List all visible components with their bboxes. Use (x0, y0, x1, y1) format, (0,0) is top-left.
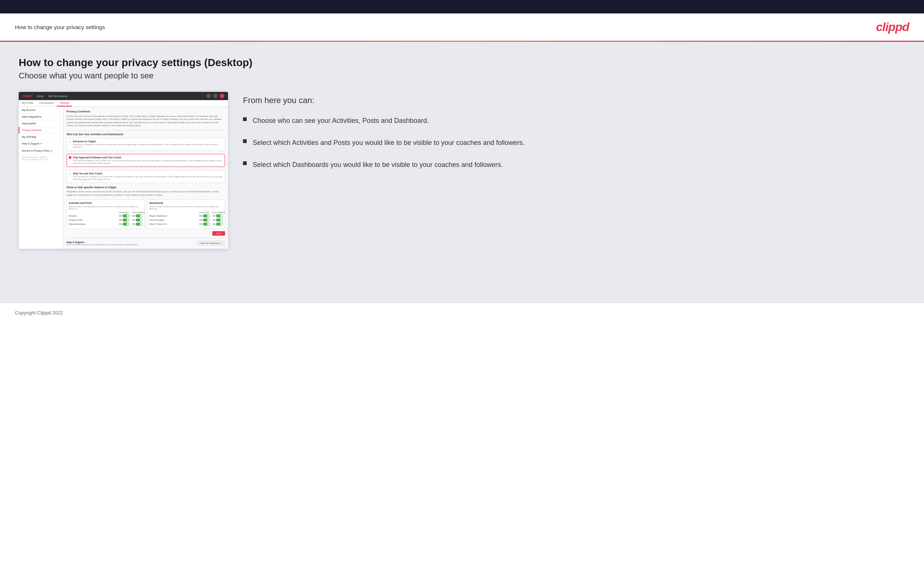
mini-playerdash-followers-toggle[interactable] (216, 214, 223, 218)
mini-settings-icon (220, 94, 224, 98)
mini-manual-coaches-toggle[interactable] (123, 222, 129, 226)
page-subheading: Choose what you want people to see (19, 71, 905, 81)
mini-version: Clippd Client Version: 2022.8.2SQL Serve… (19, 155, 63, 162)
mini-sidebar-privacy: Privacy Controls› (19, 127, 63, 134)
mini-nav-links: Home My Performance (37, 95, 68, 97)
mini-followers-header: FOLLOWERS (132, 211, 142, 214)
mini-drills-followers-toggle[interactable] (136, 219, 142, 221)
top-bar (0, 0, 924, 13)
mini-user-icon (213, 94, 218, 98)
mini-search-icon (206, 94, 211, 98)
mini-nav-performance: My Performance (48, 95, 67, 97)
bullet-item-2: Select which Activities and Posts you wo… (243, 138, 905, 148)
content-row: clippd Home My Performance My Profile (19, 92, 905, 249)
mini-tab-settings: Settings (57, 100, 72, 106)
bullet-text-1: Choose who can see your Activities, Post… (253, 116, 429, 126)
mini-playerdash-coaches-toggle[interactable] (203, 214, 210, 218)
mini-dash-followers-header: FOLLOWERS (212, 211, 223, 214)
mini-visit-community-button[interactable]: Visit Our Community ↗ (197, 240, 225, 246)
mini-option-everyone-label: Everyone on Clippd (73, 140, 96, 143)
mini-option-followers-label: Only Approved Followers and Your Coach (73, 156, 121, 159)
mini-sidebar-account: My Account› (19, 107, 63, 114)
main-content: How to change your privacy settings (Des… (0, 42, 924, 303)
header: How to change your privacy settings clip… (0, 13, 924, 41)
mini-show-hide-desc: Regardless of the privacy controls that … (66, 190, 225, 197)
mini-nav-icons (206, 94, 224, 98)
mini-dashboards-title: Dashboards (149, 201, 223, 204)
mini-help-desc: Visit our Clippd community to troublesho… (66, 243, 138, 246)
mini-round-insights-row: Round Insights ON ON (149, 219, 223, 221)
mini-show-hide-title: Show or hide specific features in Clippd (66, 186, 225, 189)
mini-dashboards-col: Dashboards Select the types of activity … (147, 200, 225, 229)
mini-insights-followers-toggle[interactable] (216, 219, 223, 221)
mini-sidebar: My Account› Data Integrations› Subscript… (19, 107, 63, 249)
mini-workton-coaches-toggle[interactable] (203, 222, 210, 226)
bullet-square-2 (243, 139, 247, 143)
mini-who-can-see-title: Who Can See Your Activities and Dashboar… (66, 131, 225, 135)
mini-dashboards-desc: Select the types of activity that you'd … (149, 205, 223, 210)
mini-manual-followers-toggle[interactable] (136, 222, 142, 226)
mini-sidebar-golfbag: My Golf Bag› (19, 134, 63, 140)
mini-option-everyone-desc: Everyone on Clippd can search for you an… (69, 143, 223, 148)
mini-save-row: Save (66, 231, 225, 236)
mini-rounds-row: Rounds ON ON (69, 214, 142, 218)
footer: Copyright Clippd 2022 (0, 303, 924, 322)
right-panel: From here you can: Choose who can see yo… (243, 92, 905, 170)
bullet-item-1: Choose who can see your Activities, Post… (243, 116, 905, 126)
mini-workton-followers-toggle[interactable] (216, 222, 223, 226)
mini-help-title: Help & Support (66, 241, 138, 243)
header-title: How to change your privacy settings (15, 24, 105, 30)
mini-activities-col: Activities and Posts Select the types of… (66, 200, 145, 229)
mini-option-coach-only-label: Only You and Your Coach (73, 172, 102, 175)
mini-activities-title: Activities and Posts (69, 201, 142, 204)
mini-coaches-header: COACHES (118, 211, 129, 214)
mini-sidebar-data: Data Integrations› (19, 114, 63, 120)
mini-option-followers-header: Only Approved Followers and Your Coach (69, 156, 223, 159)
mini-rounds-followers-toggle[interactable] (136, 214, 142, 218)
mini-drills-coaches-toggle[interactable] (123, 219, 129, 221)
mini-tab-profile: My Profile (19, 100, 36, 106)
mini-option-followers-desc: Only approved followers and coaches you … (69, 160, 223, 165)
mini-activities-desc: Select the types of activity that you'd … (69, 205, 142, 210)
mini-body: My Account› Data Integrations› Subscript… (19, 107, 228, 249)
bullet-square-1 (243, 117, 247, 121)
mini-insights-coaches-toggle[interactable] (203, 219, 210, 221)
mini-option-everyone-header: Everyone on Clippd (69, 140, 223, 143)
mini-option-coach-only-desc: Only you and the coaches you connect wit… (69, 176, 223, 181)
mini-drills-row: Practice Drills ON ON (69, 219, 142, 221)
mini-rounds-coaches-toggle[interactable] (123, 214, 129, 218)
mini-player-dash-row: Player Dashboard ON ON (149, 214, 223, 218)
bullet-item-3: Select which Dashboards you would like t… (243, 160, 905, 170)
mini-dash-coaches-header: COACHES (199, 211, 209, 214)
from-here-title: From here you can: (243, 96, 905, 105)
mini-privacy-title: Privacy Controls (66, 110, 225, 113)
mini-toggle-columns: Activities and Posts Select the types of… (66, 200, 225, 229)
bullet-square-3 (243, 161, 247, 165)
mini-radio-everyone (69, 140, 71, 143)
mini-sidebar-service: Service & Privacy Policy ↗ (19, 148, 63, 155)
bullet-list: Choose who can see your Activities, Post… (243, 116, 905, 170)
mini-dash-headers: COACHES FOLLOWERS (149, 211, 223, 214)
mini-save-button[interactable]: Save (212, 231, 225, 236)
footer-text: Copyright Clippd 2022 (15, 310, 63, 316)
mini-privacy-desc: Control how you and your data appears to… (66, 114, 225, 127)
mini-workton-row: What To Work On ON ON (149, 222, 223, 226)
bullet-text-3: Select which Dashboards you would like t… (253, 160, 503, 170)
mini-tab-connections: Connections (36, 100, 57, 106)
mini-main-panel: Privacy Controls Control how you and you… (63, 107, 228, 249)
mini-radio-followers (69, 156, 71, 159)
mini-help-text-block: Help & Support Visit our Clippd communit… (66, 241, 138, 246)
mini-activities-headers: COACHES FOLLOWERS (69, 211, 142, 214)
mini-app: clippd Home My Performance My Profile (19, 92, 228, 249)
screenshot-container: clippd Home My Performance My Profile (19, 92, 228, 249)
bullet-text-2: Select which Activities and Posts you wo… (253, 138, 524, 148)
mini-sidebar-help: Help & Support ↗ (19, 140, 63, 148)
mini-nav-home: Home (37, 95, 44, 97)
mini-option-followers: Only Approved Followers and Your Coach O… (66, 154, 225, 167)
mini-tabs-bar: My Profile Connections Settings (19, 100, 228, 107)
mini-option-everyone: Everyone on Clippd Everyone on Clippd ca… (66, 138, 225, 151)
mini-radio-coach-only (69, 172, 71, 175)
page-heading: How to change your privacy settings (Des… (19, 57, 905, 69)
mini-option-coach-only: Only You and Your Coach Only you and the… (66, 170, 225, 183)
mini-toggle-section: Show or hide specific features in Clippd… (66, 186, 225, 236)
